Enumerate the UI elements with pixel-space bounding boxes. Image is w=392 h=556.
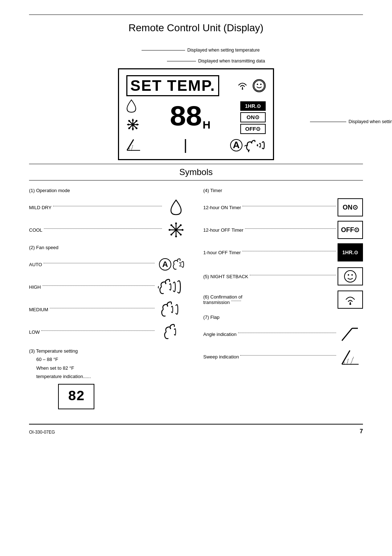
callout-area: Displayed when setting temperature Displ… <box>69 45 323 68</box>
svg-point-33 <box>348 274 349 276</box>
svg-line-38 <box>342 350 350 364</box>
lcd-top-row: SET TEMP. <box>126 75 266 96</box>
mild-dry-icon <box>163 198 189 216</box>
temp-setting-header: (3) Temperature setting 60 – 88 °F When … <box>29 347 189 381</box>
page-number: 7 <box>360 428 363 435</box>
svg-point-24 <box>175 223 177 224</box>
svg-point-14 <box>136 120 138 122</box>
svg-point-0 <box>242 88 243 90</box>
svg-point-15 <box>128 127 130 129</box>
sweep-icon <box>338 348 363 366</box>
on-button: ON⊙ <box>240 112 266 122</box>
svg-point-26 <box>169 229 171 231</box>
snowflake-icon <box>126 118 139 134</box>
callout-line-2 <box>167 61 196 61</box>
op-mode-header: (1) Operation mode <box>29 188 189 193</box>
svg-line-42 <box>351 357 354 364</box>
lcd-bottom-row: | A <box>126 137 266 153</box>
symbol-low: LOW <box>29 323 189 341</box>
auto-fan-icon: A <box>156 255 189 273</box>
face-icon <box>253 79 266 92</box>
transmission-icon <box>338 291 363 309</box>
top-icons <box>236 79 266 92</box>
svg-point-25 <box>175 236 177 238</box>
temp-82-display: 82 <box>58 384 189 409</box>
timer-buttons: 1HR.⊙ ON⊙ OFF⊙ <box>240 101 266 134</box>
medium-fan-icon <box>156 300 189 318</box>
symbols-columns: (1) Operation mode MILD DRY <box>29 188 363 409</box>
svg-point-1 <box>254 81 264 91</box>
page-title: Remote Control Unit (Display) <box>29 22 363 34</box>
symbol-off-timer: 12-hour OFF Timer OFF⊙ <box>203 221 363 239</box>
svg-point-12 <box>128 120 130 122</box>
callout-temp-label: Displayed when setting temperature <box>187 48 260 53</box>
svg-point-11 <box>136 124 138 126</box>
callout-timer-label: Displayed when setting timer <box>348 119 392 124</box>
flap-header: (7) Flap <box>203 314 363 320</box>
on-timer-icon: ON⊙ <box>338 198 363 216</box>
svg-line-19 <box>131 145 133 150</box>
symbol-auto: AUTO A <box>29 255 189 273</box>
callout-transmit: Displayed when transmitting data <box>167 58 265 64</box>
on-timer-label: 12-hour ON Timer <box>203 205 338 210</box>
svg-line-16 <box>127 139 134 150</box>
cool-label: COOL <box>29 227 163 233</box>
symbol-1hr-timer: 1-hour OFF Timer 1HR.⊙ <box>203 243 363 261</box>
symbols-rule-top <box>29 164 363 164</box>
svg-point-8 <box>132 119 134 121</box>
transmission-section: (6) Confirmation of transmission <box>203 291 363 309</box>
transmission-row: (6) Confirmation of transmission <box>203 291 363 309</box>
svg-point-29 <box>180 234 182 236</box>
1hr-timer-icon: 1HR.⊙ <box>338 243 363 261</box>
callout-line-1 <box>142 50 185 50</box>
auto-label: AUTO <box>29 262 156 267</box>
svg-point-2 <box>257 84 258 85</box>
mild-dry-label: MILD DRY <box>29 205 163 210</box>
night-setback-label: (5) NIGHT SETBACK <box>203 274 338 279</box>
high-label: HIGH <box>29 284 156 290</box>
night-setback-header: (5) NIGHT SETBACK <box>203 267 363 285</box>
callout-timer: Displayed when setting timer <box>310 119 392 124</box>
symbols-col-right: (4) Timer 12-hour ON Timer ON⊙ 12-hour O… <box>196 188 363 409</box>
high-fan-blades <box>158 279 187 295</box>
svg-point-3 <box>260 84 262 85</box>
angle-icon <box>338 325 363 343</box>
fan-icon <box>244 138 266 152</box>
divider-v: | <box>184 137 187 153</box>
remote-diagram: Displayed when setting temperature Displ… <box>29 45 363 160</box>
footer: OI-330-07EG 7 <box>29 424 363 435</box>
top-divider <box>29 15 363 15</box>
symbol-sweep: Sweep indication <box>203 348 363 366</box>
medium-fan-blades <box>160 301 185 317</box>
lcd-middle-row: 88 H 1HR.⊙ ON⊙ OFF⊙ <box>126 99 266 134</box>
temp-82-icon: 82 <box>58 384 94 409</box>
symbols-col-left: (1) Operation mode MILD DRY <box>29 188 196 409</box>
1hr-timer-label: 1-hour OFF Timer <box>203 250 338 255</box>
symbols-rule-bottom <box>29 180 363 180</box>
lcd-wrapper: SET TEMP. <box>69 68 323 160</box>
a-icon: A <box>159 258 171 271</box>
timer-callout-line <box>310 122 346 122</box>
off-button: OFF⊙ <box>240 124 266 134</box>
angle-label: Angle indication <box>203 332 338 337</box>
svg-point-13 <box>136 127 138 129</box>
svg-point-30 <box>180 224 182 226</box>
fan-speed-icons: A <box>230 138 266 152</box>
svg-point-32 <box>344 271 356 282</box>
symbols-title: Symbols <box>29 167 363 177</box>
wifi-icon <box>236 79 249 92</box>
sweep-angle-icon <box>126 138 141 152</box>
medium-label: MEDIUM <box>29 307 156 312</box>
digits-h-group: 88 H <box>169 101 211 134</box>
symbol-on-timer: 12-hour ON Timer ON⊙ <box>203 198 363 216</box>
low-fan-icon <box>156 323 189 341</box>
timer-header: (4) Timer <box>203 188 363 193</box>
temperature-digits: 88 <box>169 101 201 134</box>
callout-transmit-label: Displayed when transmitting data <box>198 58 265 64</box>
symbols-section: Symbols (1) Operation mode MILD DRY <box>29 164 363 409</box>
off-timer-icon: OFF⊙ <box>338 221 363 239</box>
symbol-high: HIGH <box>29 278 189 296</box>
cool-icon <box>163 221 189 239</box>
temp-setting-section: (3) Temperature setting 60 – 88 °F When … <box>29 347 189 409</box>
svg-point-31 <box>171 234 172 236</box>
